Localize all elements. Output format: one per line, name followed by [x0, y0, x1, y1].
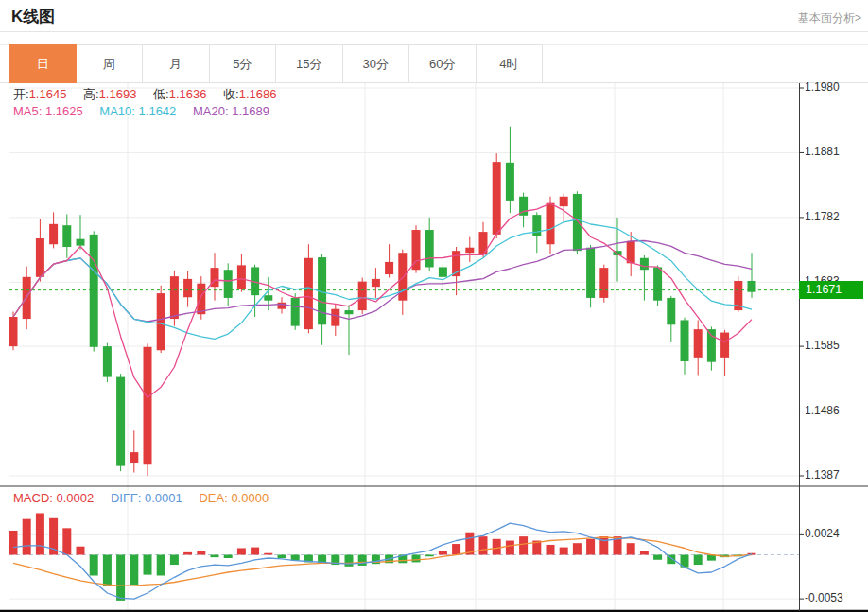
- tab-day[interactable]: 日: [9, 44, 77, 83]
- dea-legend: DEA: 0.0000: [199, 491, 269, 505]
- tab-15min[interactable]: 15分: [276, 44, 343, 83]
- y-axis-label: 0.0024: [805, 527, 840, 540]
- tab-60min[interactable]: 60分: [409, 44, 477, 83]
- ma10-legend: MA10: 1.1642: [99, 104, 176, 118]
- tab-30min[interactable]: 30分: [343, 44, 410, 83]
- ma-info-row: MA5: 1.1625 MA10: 1.1642 MA20: 1.1689: [13, 104, 283, 118]
- period-tabs: 日 周 月 5分 15分 30分 60分 4时: [9, 44, 543, 83]
- macd-legend: MACD: 0.0002: [13, 491, 94, 505]
- last-price-badge: 1.1671: [799, 281, 863, 299]
- y-axis-label: -0.0053: [805, 591, 843, 604]
- open-label: 开:: [13, 87, 29, 101]
- low-value: 1.1636: [169, 87, 207, 101]
- tab-month[interactable]: 月: [143, 44, 210, 83]
- y-axis-label: 1.1387: [805, 468, 840, 481]
- tab-5min[interactable]: 5分: [210, 44, 277, 83]
- tab-4hour[interactable]: 4时: [477, 44, 544, 83]
- y-axis-label: 1.1881: [805, 145, 840, 158]
- ma20-legend: MA20: 1.1689: [193, 104, 269, 118]
- ohlc-info-row: 开:1.1645 高:1.1693 低:1.1636 收:1.1686: [13, 86, 289, 103]
- y-axis-label: 1.1585: [805, 339, 840, 352]
- high-label: 高:: [83, 87, 99, 101]
- tab-week[interactable]: 周: [77, 44, 144, 83]
- open-value: 1.1645: [29, 87, 67, 101]
- close-label: 收:: [223, 87, 239, 101]
- macd-info-row: MACD: 0.0002 DIFF: 0.0001 DEA: 0.0000: [13, 491, 282, 505]
- close-value: 1.1686: [239, 87, 277, 101]
- low-label: 低:: [153, 87, 169, 101]
- y-axis-label: 1.1980: [805, 80, 840, 94]
- diff-legend: DIFF: 0.0001: [111, 491, 182, 505]
- y-axis-label: 1.1486: [805, 404, 840, 417]
- high-value: 1.1693: [99, 87, 137, 101]
- y-axis-label: 1.1782: [805, 210, 840, 223]
- ma5-legend: MA5: 1.1625: [13, 104, 83, 118]
